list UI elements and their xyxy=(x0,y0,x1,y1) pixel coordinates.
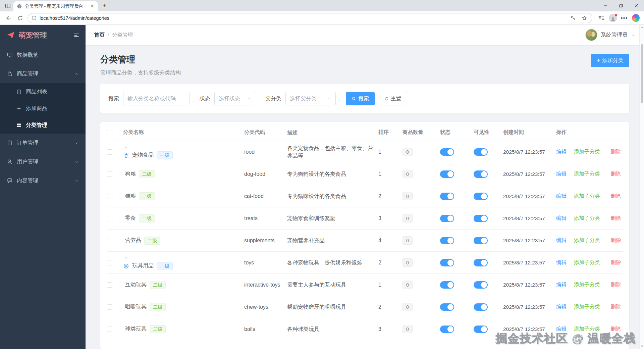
edit-link[interactable]: 编辑 xyxy=(556,259,567,266)
breadcrumb-home[interactable]: 首页 xyxy=(94,32,105,39)
parent-select[interactable]: 选择父分类 xyxy=(285,92,336,105)
refresh-button[interactable] xyxy=(15,13,25,23)
minimize-button[interactable] xyxy=(598,0,613,11)
back-button[interactable] xyxy=(3,13,14,23)
row-checkbox[interactable] xyxy=(107,149,112,155)
status-select[interactable]: 选择状态 xyxy=(214,92,255,105)
tab-close-icon[interactable]: ✕ xyxy=(89,3,95,9)
column-header-status: 状态 xyxy=(440,129,474,136)
visibility-toggle[interactable] xyxy=(474,193,488,200)
status-toggle[interactable] xyxy=(440,281,454,289)
row-checkbox[interactable] xyxy=(107,216,112,221)
delete-link[interactable]: 删除 xyxy=(611,303,621,310)
visibility-toggle[interactable] xyxy=(474,170,488,178)
new-tab-button[interactable]: + xyxy=(100,1,109,10)
delete-link[interactable]: 删除 xyxy=(611,259,621,266)
sidebar-collapse-icon[interactable] xyxy=(73,32,79,38)
table-row: 玩具用品 一级 toys 各种宠物玩具，提供娱乐和锻炼 2 0 2025/8/7… xyxy=(107,252,623,274)
row-checkbox[interactable] xyxy=(107,327,112,332)
expand-chevron-icon[interactable] xyxy=(124,145,241,150)
expand-chevron-icon[interactable] xyxy=(124,255,241,260)
sidebar-item-product-list[interactable]: 商品列表 xyxy=(0,83,86,100)
reset-button[interactable]: 重置 xyxy=(379,92,407,105)
row-checkbox[interactable] xyxy=(107,194,112,199)
sidebar-item-dashboard[interactable]: 数据概览 xyxy=(0,46,86,64)
edit-link[interactable]: 编辑 xyxy=(556,148,567,155)
edit-link[interactable]: 编辑 xyxy=(556,237,567,244)
status-toggle[interactable] xyxy=(440,215,454,222)
delete-link[interactable]: 删除 xyxy=(611,215,621,222)
row-checkbox[interactable] xyxy=(107,282,112,288)
edit-link[interactable]: 编辑 xyxy=(556,215,567,222)
add-child-link[interactable]: 添加子分类 xyxy=(574,259,600,266)
delete-link[interactable]: 删除 xyxy=(611,281,621,288)
edit-link[interactable]: 编辑 xyxy=(556,193,567,200)
row-checkbox[interactable] xyxy=(107,238,112,243)
categories-table: 分类名称 分类代码 描述 排序 商品数量 状态 可见性 创建时间 操作 宠物食品… xyxy=(100,122,629,349)
visibility-toggle[interactable] xyxy=(474,303,488,311)
edit-link[interactable]: 编辑 xyxy=(556,170,567,178)
bookmark-star-icon[interactable] xyxy=(580,14,589,22)
visibility-toggle[interactable] xyxy=(474,259,488,266)
site-info-icon[interactable] xyxy=(31,15,37,21)
add-child-link[interactable]: 添加子分类 xyxy=(574,303,600,310)
row-checkbox[interactable] xyxy=(107,260,112,265)
user-menu[interactable]: 系统管理员 xyxy=(585,29,635,41)
favorites-bar-icon[interactable] xyxy=(596,13,606,23)
visibility-toggle[interactable] xyxy=(474,215,488,222)
add-child-link[interactable]: 添加子分类 xyxy=(574,237,600,244)
search-input[interactable]: 输入分类名称或代码 xyxy=(123,92,190,105)
visibility-toggle[interactable] xyxy=(474,237,488,244)
scrollbar-thumb[interactable] xyxy=(641,44,643,103)
row-checkbox[interactable] xyxy=(107,304,112,310)
delete-link[interactable]: 删除 xyxy=(611,193,621,200)
add-category-button[interactable]: + 添加分类 xyxy=(591,54,629,67)
delete-link[interactable]: 删除 xyxy=(611,237,621,244)
sidebar-item-content[interactable]: 内容管理 xyxy=(0,171,86,190)
visibility-toggle[interactable] xyxy=(474,281,488,289)
edit-link[interactable]: 编辑 xyxy=(556,281,567,288)
sidebar-item-users[interactable]: 用户管理 xyxy=(0,152,86,171)
visibility-toggle[interactable] xyxy=(474,326,488,333)
category-description: 宠物零食和训练奖励 xyxy=(287,215,378,222)
add-child-link[interactable]: 添加子分类 xyxy=(574,215,600,222)
category-name: 猫粮 xyxy=(125,193,136,200)
copilot-icon[interactable] xyxy=(631,13,641,23)
edit-link[interactable]: 编辑 xyxy=(556,303,567,310)
status-toggle[interactable] xyxy=(440,193,454,200)
sidebar-item-orders[interactable]: 订单管理 xyxy=(0,134,86,152)
row-checkbox[interactable] xyxy=(107,171,112,177)
page-scrollbar[interactable]: ▲ ▼ xyxy=(639,25,644,349)
select-all-checkbox[interactable] xyxy=(107,130,112,135)
add-child-link[interactable]: 添加子分类 xyxy=(574,148,600,155)
delete-link[interactable]: 删除 xyxy=(611,148,621,155)
scroll-up-arrow[interactable]: ▲ xyxy=(640,26,644,29)
close-button[interactable] xyxy=(629,0,644,11)
visibility-toggle[interactable] xyxy=(474,148,488,156)
status-toggle[interactable] xyxy=(440,237,454,244)
add-child-link[interactable]: 添加子分类 xyxy=(574,281,600,288)
status-toggle[interactable] xyxy=(440,326,454,333)
url-text[interactable]: localhost:5174/admin/categories xyxy=(40,15,566,21)
status-toggle[interactable] xyxy=(440,170,454,178)
category-name: 球类玩具 xyxy=(125,326,147,333)
scroll-down-arrow[interactable]: ▼ xyxy=(640,345,644,348)
add-child-link[interactable]: 添加子分类 xyxy=(574,193,600,200)
search-button[interactable]: 搜索 xyxy=(346,92,375,105)
browser-profile-avatar[interactable] xyxy=(608,13,618,23)
browser-tab[interactable]: 分类管理 - 萌宠乐园管理后台 ✕ xyxy=(13,1,98,11)
password-key-icon[interactable] xyxy=(569,14,577,22)
created-time: 2025/8/7 12:23:57 xyxy=(503,304,556,310)
delete-link[interactable]: 删除 xyxy=(611,170,621,178)
browser-menu-icon[interactable]: ••• xyxy=(619,13,629,23)
maximize-button[interactable] xyxy=(613,0,629,11)
status-toggle[interactable] xyxy=(440,259,454,266)
sidebar-item-categories[interactable]: 分类管理 xyxy=(0,117,86,134)
add-child-link[interactable]: 添加子分类 xyxy=(574,170,600,178)
status-toggle[interactable] xyxy=(440,303,454,311)
status-toggle[interactable] xyxy=(440,148,454,156)
address-bar[interactable]: localhost:5174/admin/categories xyxy=(28,13,592,23)
sidebar-item-add-product[interactable]: 添加商品 xyxy=(0,100,86,117)
tab-workspaces-button[interactable] xyxy=(3,1,13,11)
sidebar-item-products[interactable]: 商品管理 xyxy=(0,64,86,83)
